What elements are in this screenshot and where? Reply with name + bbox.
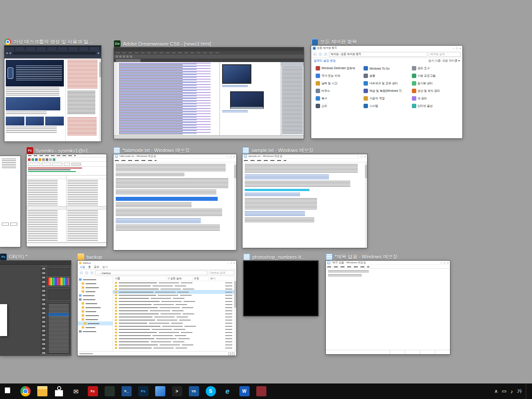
visual-studio-taskbar-button[interactable]: VS bbox=[185, 383, 202, 399]
powershell-taskbar-button[interactable]: >_ bbox=[118, 383, 135, 399]
tree-item-backup-selected[interactable] bbox=[78, 321, 113, 325]
column-name[interactable]: 이름 bbox=[115, 277, 166, 281]
address-bar[interactable]: … › backup bbox=[95, 270, 207, 275]
ime-indicator[interactable]: 가 bbox=[517, 388, 522, 395]
tab-view[interactable]: 보기 bbox=[102, 265, 108, 269]
app-dark-taskbar-button[interactable] bbox=[101, 383, 118, 399]
file-row[interactable] bbox=[113, 293, 234, 297]
control-panel-item[interactable]: 백업 및 복원(Windows 7) bbox=[364, 89, 410, 93]
thumbnail-view-icon[interactable] bbox=[232, 352, 235, 355]
tree-item[interactable] bbox=[78, 278, 113, 282]
tree-item[interactable] bbox=[78, 293, 113, 297]
minimize-icon[interactable]: − bbox=[227, 262, 228, 264]
back-icon[interactable]: ← bbox=[79, 271, 83, 275]
text-area[interactable] bbox=[326, 269, 450, 350]
control-panel-item[interactable]: 날짜 및 시간 bbox=[316, 81, 362, 86]
up-icon[interactable]: ↑ bbox=[324, 52, 328, 56]
control-panel-item[interactable]: Windows Defender 방화벽 bbox=[316, 66, 362, 70]
tree-item[interactable] bbox=[78, 301, 113, 305]
change-settings-link[interactable]: 컴퓨터 설정 변경 bbox=[314, 59, 336, 63]
file-row[interactable] bbox=[113, 340, 234, 343]
minimize-icon[interactable]: − bbox=[453, 47, 454, 50]
notepad-window-preview[interactable]: sample.txt - Windows 메모장 − □ × bbox=[243, 154, 367, 248]
internet-explorer-taskbar-button[interactable]: e bbox=[219, 383, 236, 399]
text-area[interactable] bbox=[243, 162, 367, 248]
control-panel-item[interactable]: 마우스 bbox=[316, 89, 362, 93]
tree-item[interactable] bbox=[78, 325, 113, 329]
search-input[interactable]: 제어판 검색 bbox=[429, 52, 461, 57]
volume-icon[interactable]: ♪ bbox=[511, 389, 513, 394]
control-panel-item[interactable]: 인터넷 옵션 bbox=[412, 104, 458, 108]
control-panel-item[interactable]: 네트워크 및 공유 센터 bbox=[364, 81, 410, 86]
minimize-icon[interactable]: − bbox=[440, 262, 442, 264]
close-icon[interactable]: × bbox=[233, 155, 235, 158]
file-row[interactable] bbox=[113, 321, 234, 325]
host-field[interactable] bbox=[28, 163, 40, 166]
file-row[interactable] bbox=[113, 331, 234, 334]
file-row[interactable] bbox=[113, 325, 234, 328]
control-panel-item[interactable]: 복구 bbox=[316, 96, 362, 101]
tree-item[interactable] bbox=[78, 289, 113, 293]
control-panel-item[interactable]: 관리 도구 bbox=[412, 66, 458, 70]
maximize-icon[interactable]: □ bbox=[230, 262, 231, 264]
file-row[interactable] bbox=[113, 290, 234, 293]
app-red-taskbar-button[interactable] bbox=[253, 383, 270, 399]
image-window-preview[interactable] bbox=[243, 261, 318, 316]
minimize-icon[interactable]: − bbox=[227, 155, 228, 158]
cmd-taskbar-button[interactable]: > bbox=[168, 383, 185, 399]
tablet-icon[interactable]: ▭ bbox=[502, 388, 506, 394]
column-type[interactable]: 유형 bbox=[194, 277, 209, 281]
dialog-button[interactable] bbox=[10, 223, 17, 226]
tab-share[interactable]: 공유 bbox=[94, 265, 99, 269]
store-taskbar-button[interactable] bbox=[51, 383, 67, 399]
dreamweaver-window-preview[interactable] bbox=[114, 47, 304, 139]
close-icon[interactable]: × bbox=[234, 262, 235, 264]
close-icon[interactable]: × bbox=[447, 262, 449, 264]
notepad-window-preview[interactable]: *제목 없음 - Windows 메모장 − □ × bbox=[326, 261, 450, 354]
file-row[interactable] bbox=[113, 306, 234, 309]
tree-item[interactable] bbox=[78, 297, 113, 301]
filezilla-window-preview[interactable] bbox=[27, 154, 106, 246]
file-row[interactable] bbox=[113, 328, 234, 331]
tree-item[interactable] bbox=[78, 317, 113, 321]
port-field[interactable] bbox=[64, 163, 70, 166]
file-row[interactable] bbox=[113, 318, 234, 321]
filezilla-taskbar-button[interactable]: Fz bbox=[84, 383, 101, 399]
control-panel-item[interactable]: 국가 또는 지역 bbox=[316, 74, 362, 78]
password-field[interactable] bbox=[52, 163, 63, 166]
control-panel-item[interactable]: 동기화 센터 bbox=[412, 81, 458, 86]
control-panel-item[interactable]: Windows To Go bbox=[364, 66, 410, 70]
file-row[interactable] bbox=[113, 343, 234, 346]
file-row[interactable] bbox=[113, 303, 234, 306]
tree-item[interactable] bbox=[78, 313, 113, 317]
username-field[interactable] bbox=[42, 163, 51, 166]
control-panel-item[interactable]: 글꼴 bbox=[364, 74, 410, 78]
maximize-icon[interactable]: □ bbox=[230, 155, 232, 158]
photos-taskbar-button[interactable] bbox=[152, 383, 168, 399]
show-desktop-button[interactable] bbox=[526, 383, 528, 399]
control-panel-item[interactable]: 시스템 bbox=[364, 104, 410, 108]
list-view-icon[interactable] bbox=[228, 352, 231, 355]
tree-item[interactable] bbox=[78, 309, 113, 313]
control-panel-item[interactable]: 기본 프로그램 bbox=[412, 74, 458, 78]
tree-item[interactable] bbox=[78, 329, 113, 333]
start-taskbar-button[interactable] bbox=[0, 383, 17, 399]
file-row[interactable] bbox=[113, 337, 234, 340]
scrollbar[interactable] bbox=[234, 277, 236, 351]
search-input[interactable]: backup 검색 bbox=[209, 270, 235, 275]
tab-home[interactable]: 홈 bbox=[88, 265, 91, 269]
window-thumbnail-partial[interactable] bbox=[0, 156, 20, 247]
column-size[interactable]: 크기 bbox=[210, 277, 216, 281]
file-row[interactable] bbox=[113, 315, 234, 318]
file-row[interactable] bbox=[113, 281, 234, 284]
file-explorer-taskbar-button[interactable] bbox=[34, 383, 51, 399]
minimize-icon[interactable]: − bbox=[357, 155, 359, 158]
view-by-dropdown[interactable]: 보기 기준: 작은 아이콘 ▾ bbox=[428, 59, 460, 63]
file-row[interactable] bbox=[113, 346, 234, 349]
scrollbar[interactable] bbox=[99, 59, 101, 141]
address-bar[interactable]: 제어판 › 모든 제어판 항목 bbox=[329, 52, 427, 57]
tree-item[interactable] bbox=[78, 305, 113, 309]
file-row[interactable] bbox=[113, 300, 234, 303]
column-date[interactable]: 수정한 날짜 bbox=[168, 277, 192, 281]
photoshop-taskbar-button[interactable]: Ps bbox=[135, 383, 152, 399]
